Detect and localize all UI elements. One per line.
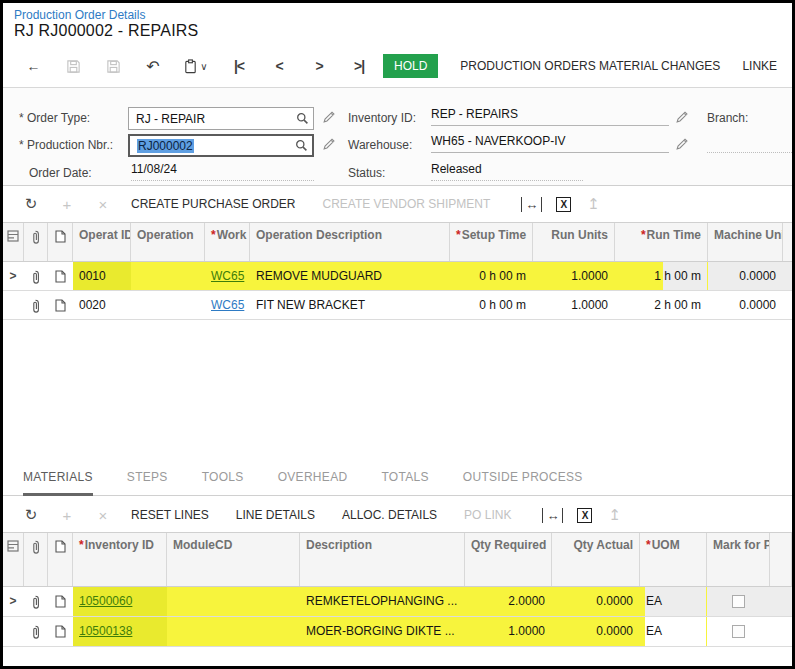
column-qty-actual[interactable]: Qty Actual bbox=[552, 533, 640, 586]
paperclip-column-icon[interactable] bbox=[24, 223, 48, 261]
order-type-input[interactable]: RJ - REPAIR bbox=[128, 107, 314, 130]
inventory-id-value[interactable]: REP - REPAIRS bbox=[431, 107, 669, 126]
run-time-cell[interactable]: 2 h 00 m bbox=[615, 291, 708, 319]
paperclip-icon[interactable] bbox=[24, 587, 48, 616]
first-record-button[interactable]: |< bbox=[219, 57, 259, 75]
upload-icon[interactable]: ↥ bbox=[608, 506, 621, 524]
notes-column-icon[interactable] bbox=[48, 533, 73, 586]
column-mark-for-po[interactable]: Mark for PO bbox=[707, 533, 770, 586]
qty-required-cell[interactable]: 2.0000 bbox=[465, 587, 552, 616]
description-cell[interactable]: MOER-BORGING DIKTE ... bbox=[300, 617, 465, 646]
qty-actual-cell[interactable]: 0.0000 bbox=[552, 617, 640, 646]
qty-required-cell[interactable]: 1.0000 bbox=[465, 617, 552, 646]
tab-outside-process[interactable]: OUTSIDE PROCESS bbox=[463, 470, 583, 496]
add-row-icon[interactable]: + bbox=[49, 507, 85, 524]
grid-settings-icon[interactable] bbox=[3, 533, 24, 586]
magnifier-icon[interactable] bbox=[295, 139, 308, 152]
description-cell[interactable]: REMKETELOPHANGING ... bbox=[300, 587, 465, 616]
grid-settings-icon[interactable] bbox=[3, 223, 24, 261]
warehouse-value[interactable]: WH65 - NAVERKOOP-IV bbox=[431, 134, 669, 153]
alloc-details-button[interactable]: ALLOC. DETAILS bbox=[342, 508, 437, 522]
inventory-id-link[interactable]: 10500060 bbox=[79, 594, 132, 608]
tab-materials[interactable]: MATERIALS bbox=[23, 470, 93, 496]
production-orders-material-changes-button[interactable]: PRODUCTION ORDERS MATERIAL CHANGES bbox=[460, 59, 720, 73]
refresh-icon[interactable]: ↻ bbox=[13, 506, 49, 524]
tab-overhead[interactable]: OVERHEAD bbox=[278, 470, 348, 496]
mark-for-po-cell[interactable] bbox=[707, 587, 770, 616]
linked-button[interactable]: LINKE bbox=[742, 59, 777, 73]
table-row[interactable]: > 10500060 REMKETELOPHANGING ... 2.0000 … bbox=[3, 587, 792, 617]
warehouse-pencil-icon[interactable] bbox=[675, 137, 689, 151]
uom-cell[interactable]: EA bbox=[640, 617, 707, 646]
column-work-center[interactable]: *Work Cent bbox=[205, 223, 250, 261]
note-icon[interactable] bbox=[48, 291, 73, 319]
export-excel-icon[interactable]: X bbox=[577, 508, 592, 523]
inventory-id-pencil-icon[interactable] bbox=[675, 110, 689, 124]
machine-units-cell[interactable]: 0.0000 bbox=[708, 262, 783, 290]
column-machine-units[interactable]: Machine Units bbox=[708, 223, 783, 261]
paperclip-icon[interactable] bbox=[24, 291, 48, 319]
run-units-cell[interactable]: 1.0000 bbox=[533, 291, 615, 319]
operation-id-cell[interactable]: 0010 bbox=[73, 262, 131, 290]
machine-units-cell[interactable]: 0.0000 bbox=[708, 291, 783, 319]
qty-actual-cell[interactable]: 0.0000 bbox=[552, 587, 640, 616]
tab-steps[interactable]: STEPS bbox=[127, 470, 168, 496]
po-link-button[interactable]: PO LINK bbox=[464, 508, 511, 522]
clipboard-menu-button[interactable]: ∨ bbox=[173, 59, 219, 74]
back-icon[interactable]: ← bbox=[13, 57, 53, 75]
operation-description-cell[interactable]: FIT NEW BRACKET bbox=[250, 291, 450, 319]
paperclip-column-icon[interactable] bbox=[24, 533, 48, 586]
mark-for-po-checkbox[interactable] bbox=[732, 625, 745, 638]
save-and-close-icon[interactable] bbox=[53, 57, 93, 75]
save-icon[interactable] bbox=[93, 57, 133, 75]
uom-cell[interactable]: EA bbox=[640, 587, 707, 616]
create-purchase-order-button[interactable]: CREATE PURCHASE ORDER bbox=[131, 197, 295, 211]
column-inventory-id[interactable]: *Inventory ID bbox=[73, 533, 167, 586]
table-row[interactable]: > 0010 WC65 REMOVE MUDGUARD 0 h 00 m 1.0… bbox=[3, 262, 792, 291]
refresh-icon[interactable]: ↻ bbox=[13, 195, 49, 213]
create-vendor-shipment-button[interactable]: CREATE VENDOR SHIPMENT bbox=[322, 197, 490, 211]
table-row[interactable]: 10500138 MOER-BORGING DIKTE ... 1.0000 0… bbox=[3, 617, 792, 647]
column-module-cd[interactable]: ModuleCD bbox=[167, 533, 300, 586]
delete-row-icon[interactable]: × bbox=[85, 196, 121, 213]
last-record-button[interactable]: >| bbox=[339, 57, 379, 75]
run-time-cell[interactable]: 1 h 00 m bbox=[615, 262, 708, 290]
line-details-button[interactable]: LINE DETAILS bbox=[236, 508, 315, 522]
column-run-time[interactable]: *Run Time bbox=[615, 223, 708, 261]
previous-record-button[interactable]: < bbox=[259, 57, 299, 75]
note-icon[interactable] bbox=[48, 262, 73, 290]
paperclip-icon[interactable] bbox=[24, 617, 48, 646]
production-nbr-pencil-icon[interactable] bbox=[322, 137, 336, 151]
work-center-cell[interactable]: WC65 bbox=[205, 291, 250, 319]
add-row-icon[interactable]: + bbox=[49, 196, 85, 213]
next-record-button[interactable]: > bbox=[299, 57, 339, 75]
tab-tools[interactable]: TOOLS bbox=[202, 470, 244, 496]
note-icon[interactable] bbox=[48, 617, 73, 646]
delete-row-icon[interactable]: × bbox=[85, 507, 121, 524]
undo-icon[interactable]: ↶ bbox=[133, 57, 173, 76]
inventory-id-link[interactable]: 10500138 bbox=[79, 624, 132, 638]
operation-cell[interactable] bbox=[131, 291, 205, 319]
mark-for-po-checkbox[interactable] bbox=[732, 595, 745, 608]
fit-width-icon[interactable]: ↔ bbox=[542, 508, 563, 523]
column-setup-time[interactable]: *Setup Time bbox=[450, 223, 533, 261]
inventory-id-cell[interactable]: 10500138 bbox=[73, 617, 167, 646]
magnifier-icon[interactable] bbox=[296, 112, 309, 125]
column-qty-required[interactable]: Qty Required bbox=[465, 533, 552, 586]
upload-icon[interactable]: ↥ bbox=[587, 195, 600, 213]
operation-description-cell[interactable]: REMOVE MUDGUARD bbox=[250, 262, 450, 290]
column-run-units[interactable]: Run Units bbox=[533, 223, 615, 261]
paperclip-icon[interactable] bbox=[24, 262, 48, 290]
tab-totals[interactable]: TOTALS bbox=[381, 470, 428, 496]
operation-cell[interactable] bbox=[131, 262, 205, 290]
notes-column-icon[interactable] bbox=[48, 223, 73, 261]
column-uom[interactable]: *UOM bbox=[640, 533, 707, 586]
table-row[interactable]: 0020 WC65 FIT NEW BRACKET 0 h 00 m 1.000… bbox=[3, 291, 792, 320]
setup-time-cell[interactable]: 0 h 00 m bbox=[450, 262, 533, 290]
work-center-link[interactable]: WC65 bbox=[211, 269, 244, 283]
mark-for-po-cell[interactable] bbox=[707, 617, 770, 646]
order-type-pencil-icon[interactable] bbox=[322, 110, 336, 124]
export-excel-icon[interactable]: X bbox=[556, 197, 571, 212]
run-units-cell[interactable]: 1.0000 bbox=[533, 262, 615, 290]
column-description[interactable]: Description bbox=[300, 533, 465, 586]
